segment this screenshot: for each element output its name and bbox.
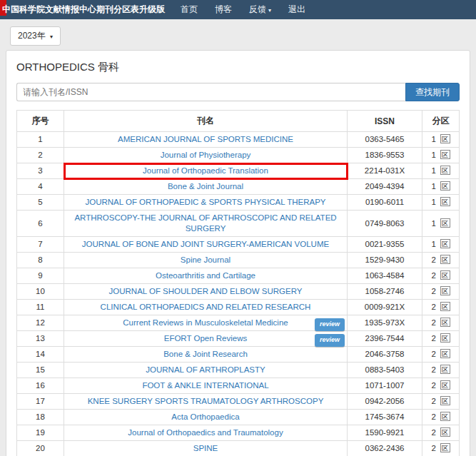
header-num: 序号	[17, 111, 64, 132]
journal-link[interactable]: Journal of Physiotherapy	[161, 151, 251, 159]
search-input[interactable]	[16, 83, 405, 101]
table-header-row: 序号 刊名 ISSN 分区	[17, 111, 460, 132]
division-cell: 1 区	[422, 132, 460, 148]
journal-name-cell: AMERICAN JOURNAL OF SPORTS MEDICINE	[64, 132, 348, 148]
journal-link[interactable]: JOURNAL OF BONE AND JOINT SURGERY-AMERIC…	[82, 240, 329, 248]
division-qu-icon: 区	[440, 270, 450, 280]
issn-cell: 1745-3674	[348, 410, 422, 425]
table-row: 9Osteoarthritis and Cartilage1063-45842 …	[17, 268, 460, 284]
issn-cell: 2214-031X	[348, 163, 422, 179]
division-cell: 2 区	[422, 268, 460, 284]
issn-cell: 0009-921X	[348, 300, 422, 315]
issn-cell: 0749-8063	[348, 211, 422, 237]
row-index: 8	[17, 253, 64, 268]
header-issn: ISSN	[348, 111, 422, 132]
journal-name-cell: EFORT Open Reviewsreview	[64, 331, 348, 347]
journal-link[interactable]: Journal of Orthopaedics and Traumatology	[128, 428, 283, 437]
nav-home[interactable]: 首页	[172, 4, 206, 16]
issn-cell: 0362-2436	[348, 441, 422, 456]
chevron-down-icon: ▾	[268, 7, 271, 14]
division-cell: 2 区	[422, 253, 460, 268]
journal-link[interactable]: Osteoarthritis and Cartilage	[156, 271, 255, 280]
issn-cell: 2396-7544	[348, 331, 422, 347]
division-cell: 1 区	[422, 179, 460, 195]
row-index: 14	[17, 347, 64, 363]
issn-cell: 2046-3758	[348, 347, 422, 363]
journal-link[interactable]: EFORT Open Reviews	[164, 334, 248, 343]
issn-cell: 1071-1007	[348, 378, 422, 394]
journal-link[interactable]: FOOT & ANKLE INTERNATIONAL	[142, 381, 268, 390]
row-index: 13	[17, 331, 64, 347]
year-selector-button[interactable]: 2023年 ▾	[10, 26, 61, 46]
issn-cell: 1935-973X	[348, 315, 422, 331]
table-row: 14Bone & Joint Research2046-37582 区	[17, 347, 460, 363]
year-selector-label: 2023年	[18, 31, 46, 41]
journal-link[interactable]: Spine Journal	[181, 255, 231, 264]
review-badge: review	[315, 318, 345, 331]
journal-link[interactable]: Bone & Joint Research	[163, 350, 248, 358]
nav-feedback-label: 反馈	[249, 4, 266, 14]
journal-name-cell: Spine Journal	[64, 253, 348, 268]
journal-table: 序号 刊名 ISSN 分区 1AMERICAN JOURNAL OF SPORT…	[16, 110, 460, 456]
division-cell: 2 区	[422, 425, 460, 441]
division-qu-icon: 区	[440, 380, 450, 390]
table-row: 8Spine Journal1529-94302 区	[17, 253, 460, 268]
journal-link[interactable]: JOURNAL OF SHOULDER AND ELBOW SURGERY	[109, 287, 303, 295]
issn-cell: 2049-4394	[348, 179, 422, 195]
journal-link[interactable]: JOURNAL OF ARTHROPLASTY	[146, 365, 265, 374]
nav-logout[interactable]: 退出	[280, 4, 314, 16]
journal-link[interactable]: JOURNAL OF ORTHOPAEDIC & SPORTS PHYSICAL…	[86, 198, 326, 206]
row-index: 19	[17, 425, 64, 441]
header-division: 分区	[422, 111, 460, 132]
journal-link[interactable]: CLINICAL ORTHOPAEDICS AND RELATED RESEAR…	[101, 303, 311, 311]
journal-link[interactable]: ARTHROSCOPY-THE JOURNAL OF ARTHROSCOPIC …	[74, 213, 336, 233]
journal-name-cell: Current Reviews in Musculoskeletal Medic…	[64, 315, 348, 331]
table-row: 16FOOT & ANKLE INTERNATIONAL1071-10072 区	[17, 378, 460, 394]
issn-cell: 0883-5403	[348, 363, 422, 378]
table-row: 15JOURNAL OF ARTHROPLASTY0883-54032 区	[17, 363, 460, 378]
table-row: 11CLINICAL ORTHOPAEDICS AND RELATED RESE…	[17, 300, 460, 315]
division-qu-icon: 区	[440, 286, 450, 295]
division-cell: 1 区	[422, 163, 460, 179]
division-qu-icon: 区	[440, 150, 450, 159]
journal-name-cell: Journal of Orthopaedics and Traumatology	[64, 425, 348, 441]
journal-link[interactable]: KNEE SURGERY SPORTS TRAUMATOLOGY ARTHROS…	[88, 397, 324, 405]
issn-cell: 0363-5465	[348, 132, 422, 148]
journal-link[interactable]: Acta Orthopaedica	[171, 412, 239, 421]
nav-feedback[interactable]: 反馈▾	[240, 4, 280, 16]
search-button[interactable]: 查找期刊	[405, 83, 460, 101]
journal-link[interactable]: Bone & Joint Journal	[168, 182, 243, 191]
journal-name-cell: CLINICAL ORTHOPAEDICS AND RELATED RESEAR…	[64, 300, 348, 315]
division-qu-icon: 区	[440, 197, 450, 206]
journal-name-cell: JOURNAL OF ARTHROPLASTY	[64, 363, 348, 378]
row-index: 11	[17, 300, 64, 315]
row-index: 9	[17, 268, 64, 284]
division-qu-icon: 区	[440, 239, 450, 248]
division-cell: 2 区	[422, 315, 460, 331]
row-index: 6	[17, 211, 64, 237]
table-row: 7JOURNAL OF BONE AND JOINT SURGERY-AMERI…	[17, 237, 460, 253]
journal-link[interactable]: Journal of Orthopaedic Translation	[143, 166, 268, 175]
journal-name-cell: Osteoarthritis and Cartilage	[64, 268, 348, 284]
journal-name-cell: Acta Orthopaedica	[64, 410, 348, 425]
table-row: 20SPINE0362-24362 区	[17, 441, 460, 456]
top-navbar: 中国科学院文献情报中心期刊分区表升级版 首页 博客 反馈▾ 退出	[0, 0, 476, 19]
division-cell: 2 区	[422, 331, 460, 347]
division-cell: 2 区	[422, 300, 460, 315]
row-index: 10	[17, 284, 64, 300]
journal-link[interactable]: AMERICAN JOURNAL OF SPORTS MEDICINE	[118, 135, 293, 143]
brand-title[interactable]: 中国科学院文献情报中心期刊分区表升级版	[2, 4, 165, 16]
row-index: 18	[17, 410, 64, 425]
journal-table-body: 1AMERICAN JOURNAL OF SPORTS MEDICINE0363…	[17, 132, 460, 456]
journal-link[interactable]: SPINE	[193, 444, 218, 452]
row-index: 1	[17, 132, 64, 148]
division-cell: 2 区	[422, 347, 460, 363]
issn-cell: 1529-9430	[348, 253, 422, 268]
journal-name-cell: FOOT & ANKLE INTERNATIONAL	[64, 378, 348, 394]
table-row: 2Journal of Physiotherapy1836-95531 区	[17, 148, 460, 163]
review-badge: review	[315, 334, 345, 347]
division-qu-icon: 区	[440, 365, 450, 374]
journal-link[interactable]: Current Reviews in Musculoskeletal Medic…	[123, 318, 288, 327]
row-index: 7	[17, 237, 64, 253]
nav-blog[interactable]: 博客	[206, 4, 240, 16]
